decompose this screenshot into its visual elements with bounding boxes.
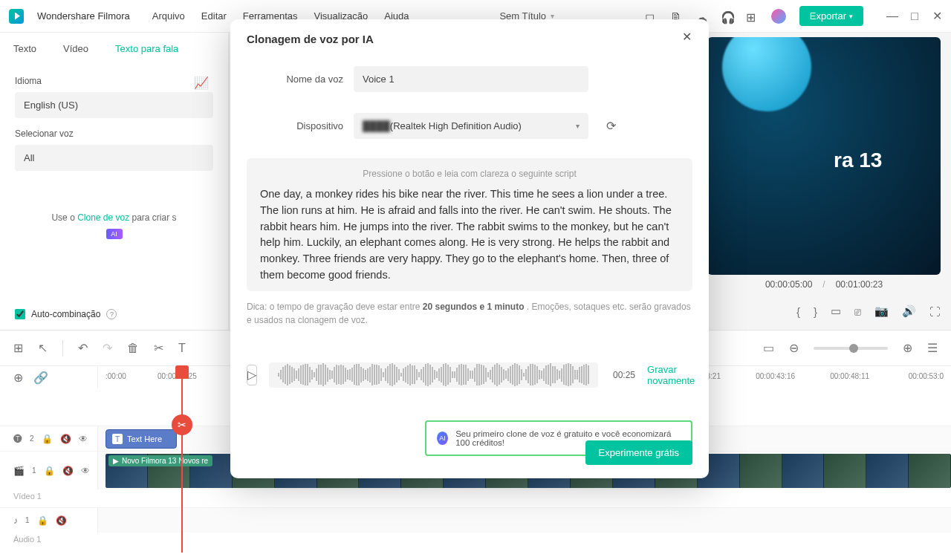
play-button[interactable]: ▷ [247, 365, 257, 385]
script-box: Pressione o botão e leia com clareza o s… [247, 158, 692, 291]
modal-title: Clonagem de voz por IA [247, 33, 692, 45]
refresh-icon[interactable]: ⟳ [606, 119, 616, 133]
recording-tip: Dica: o tempo de gravação deve estar ent… [247, 300, 692, 327]
voice-name-label: Nome da voz [247, 74, 343, 85]
playhead-knob[interactable] [175, 365, 189, 379]
modal-overlay: Clonagem de voz por IA ✕ Nome da voz Dis… [0, 0, 951, 560]
close-icon[interactable]: ✕ [682, 30, 695, 43]
voice-clone-modal: Clonagem de voz por IA ✕ Nome da voz Dis… [230, 19, 709, 478]
try-free-button[interactable]: Experimente grátis [585, 440, 692, 465]
script-hint: Pressione o botão e leia com clareza o s… [260, 169, 679, 179]
record-again-link[interactable]: Gravar novamente [647, 364, 695, 386]
script-text: One day, a monkey rides his bike near th… [260, 186, 679, 284]
recording-time: 00:25 [613, 370, 635, 380]
recording-row: ▷ 00:25 Gravar novamente [247, 362, 692, 388]
playhead-cut-icon[interactable]: ✂ [172, 414, 192, 435]
chevron-down-icon: ▾ [576, 122, 580, 130]
device-select[interactable]: ████(Realtek High Definition Audio) ▾ [354, 113, 588, 139]
recorded-waveform[interactable] [269, 362, 598, 388]
ai-icon: AI [437, 432, 448, 445]
voice-name-input[interactable] [354, 66, 588, 92]
device-label: Dispositivo [247, 120, 343, 131]
playhead[interactable]: ✂ [181, 365, 183, 553]
